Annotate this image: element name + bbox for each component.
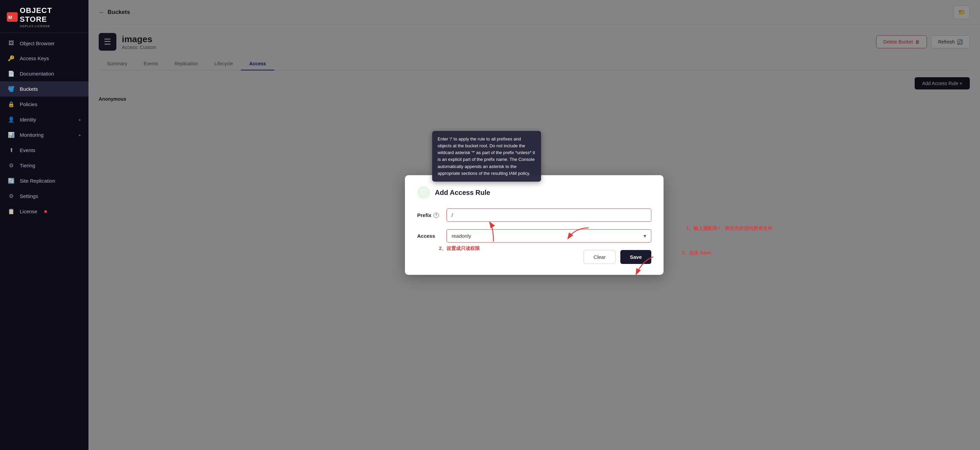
- sidebar-item-monitoring[interactable]: 📊 Monitoring ▸: [0, 127, 89, 143]
- save-button[interactable]: Save: [620, 250, 651, 264]
- sidebar-label-license: License: [20, 208, 37, 214]
- access-select-wrap: readonly writeonly readwrite ▼: [447, 229, 651, 243]
- site-replication-icon: 🔄: [8, 178, 15, 184]
- modal-overlay[interactable]: Enter '/' to apply the rule to all prefi…: [89, 0, 980, 450]
- sidebar-item-documentation[interactable]: 📄 Documentation: [0, 66, 89, 81]
- sidebar-item-events[interactable]: ⬆ Events: [0, 143, 89, 158]
- sidebar-label-documentation: Documentation: [20, 71, 54, 76]
- annotation-step3: 3、点击 Save: [682, 250, 711, 256]
- sidebar-nav: 🖼 Object Browser 🔑 Access Keys 📄 Documen…: [0, 33, 89, 450]
- sidebar-label-identity: Identity: [20, 117, 36, 122]
- prefix-info-icon[interactable]: ?: [434, 213, 439, 218]
- sidebar-label-tiering: Tiering: [20, 162, 35, 169]
- sidebar-item-site-replication[interactable]: 🔄 Site Replication: [0, 173, 89, 188]
- access-label: Access: [417, 233, 441, 239]
- modal-shield-icon: 🛡: [417, 186, 430, 199]
- sidebar-label-events: Events: [20, 147, 35, 153]
- prefix-label: Prefix ?: [417, 212, 441, 218]
- buckets-icon: 🪣: [8, 86, 15, 92]
- prefix-tooltip: Enter '/' to apply the rule to all prefi…: [432, 131, 541, 181]
- main-content: ← Buckets 📁 ☰ images Access: Custom Dele…: [89, 0, 980, 450]
- sidebar-item-object-browser[interactable]: 🖼 Object Browser: [0, 36, 89, 51]
- shield-icon: 🛡: [420, 189, 427, 197]
- sidebar-label-policies: Policies: [20, 101, 37, 107]
- modal-title: Add Access Rule: [435, 189, 490, 197]
- sidebar-label-site-replication: Site Replication: [20, 178, 55, 184]
- license-badge-dot: [44, 210, 47, 213]
- license-icon: 📋: [8, 208, 15, 215]
- monitoring-icon: 📊: [8, 132, 15, 138]
- sidebar: M OBJECT STORE AGPLV3 LICENSE 🖼 Object B…: [0, 0, 89, 450]
- policies-icon: 🔒: [8, 101, 15, 108]
- sidebar-label-buckets: Buckets: [20, 86, 38, 92]
- sidebar-item-policies[interactable]: 🔒 Policies: [0, 97, 89, 112]
- access-keys-icon: 🔑: [8, 55, 15, 62]
- object-browser-icon: 🖼: [8, 40, 15, 46]
- sidebar-label-object-browser: Object Browser: [20, 40, 55, 46]
- modal-prefix-row: Prefix ?: [417, 208, 651, 222]
- sidebar-label-access-keys: Access Keys: [20, 56, 49, 61]
- settings-icon: ⚙: [8, 193, 15, 199]
- annotation-step1: 1、输入通配符 /，表示允许访问所有文件: [686, 226, 772, 232]
- sidebar-item-license[interactable]: 📋 License: [0, 204, 89, 219]
- svg-text:M: M: [8, 14, 12, 20]
- sidebar-item-tiering[interactable]: ⚙ Tiering: [0, 158, 89, 173]
- identity-icon: 👤: [8, 116, 15, 123]
- tiering-icon: ⚙: [8, 162, 15, 169]
- modal-actions: Clear Save: [417, 250, 651, 264]
- sidebar-label-monitoring: Monitoring: [20, 132, 43, 138]
- prefix-input[interactable]: [447, 208, 651, 222]
- identity-chevron: ▸: [79, 117, 81, 122]
- modal: Enter '/' to apply the rule to all prefi…: [405, 175, 663, 275]
- documentation-icon: 📄: [8, 70, 15, 77]
- sidebar-item-identity[interactable]: 👤 Identity ▸: [0, 112, 89, 127]
- access-select[interactable]: readonly writeonly readwrite: [447, 229, 651, 243]
- sidebar-label-settings: Settings: [20, 193, 38, 199]
- modal-header: 🛡 Add Access Rule: [417, 186, 651, 199]
- events-icon: ⬆: [8, 147, 15, 153]
- modal-access-row: Access readonly writeonly readwrite ▼: [417, 229, 651, 243]
- sidebar-logo: M OBJECT STORE AGPLV3 LICENSE: [0, 0, 89, 33]
- logo-object: OBJECT STORE: [20, 6, 52, 24]
- sidebar-item-buckets[interactable]: 🪣 Buckets: [0, 81, 89, 97]
- logo-badge: AGPLV3 LICENSE: [20, 24, 82, 28]
- monitoring-chevron: ▸: [79, 133, 81, 137]
- clear-button[interactable]: Clear: [584, 250, 616, 264]
- sidebar-item-access-keys[interactable]: 🔑 Access Keys: [0, 51, 89, 66]
- sidebar-item-settings[interactable]: ⚙ Settings: [0, 188, 89, 204]
